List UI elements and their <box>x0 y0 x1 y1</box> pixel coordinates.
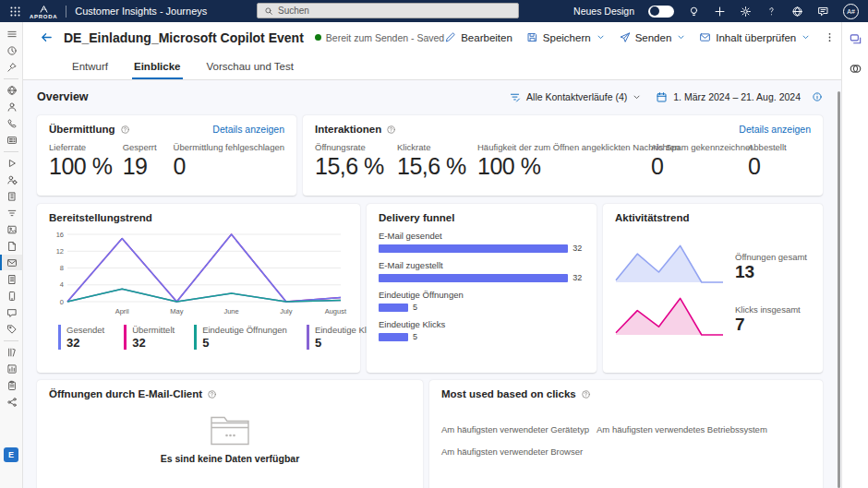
journey-filter-dropdown[interactable]: Alle Kontaktverläufe (4) <box>509 91 650 103</box>
clicks-total-value: 7 <box>735 315 807 335</box>
review-content-button[interactable]: Inhalt überprüfen <box>699 31 810 43</box>
most-used-grid: Am häufigsten verwendeter Gerätetyp Am h… <box>441 424 811 457</box>
app-launcher-icon[interactable] <box>9 6 21 18</box>
sidebar-item-connections[interactable] <box>0 394 22 410</box>
sidebar-item-text-messages[interactable] <box>0 304 22 320</box>
search-icon <box>264 6 273 16</box>
app-title[interactable]: Customer Insights - Journeys <box>75 6 207 17</box>
save-button[interactable]: Speichern <box>526 31 605 43</box>
sidebar-item-get-started[interactable] <box>0 82 22 98</box>
chevron-down-icon[interactable] <box>597 33 605 42</box>
sidebar-item-accounts[interactable] <box>0 188 22 204</box>
copilot-icon[interactable] <box>849 62 862 76</box>
funnel-row: E-Mail gesendet32 <box>379 231 585 253</box>
books-icon <box>6 347 18 358</box>
environment-badge[interactable]: E <box>4 447 18 462</box>
sidebar-item-journeys[interactable] <box>0 172 22 187</box>
tab-einblicke[interactable]: Einblicke <box>132 54 183 79</box>
svg-text:May: May <box>170 307 183 315</box>
date-range-picker[interactable]: 1. März 2024 – 21. Aug. 2024 <box>656 91 801 103</box>
teams-chat-icon[interactable] <box>849 32 862 46</box>
sidebar-item-engagement[interactable] <box>0 115 22 131</box>
help-circle-icon[interactable] <box>120 125 130 135</box>
brand-text: APRODA <box>30 14 57 19</box>
info-icon[interactable] <box>812 91 823 102</box>
legend-item[interactable]: Übermittelt32 <box>124 325 175 350</box>
sidebar-item-analytics[interactable] <box>0 361 22 376</box>
brand-logo[interactable]: APRODA <box>30 5 57 19</box>
toggle-knob <box>650 6 659 16</box>
topbar-actions: Neues Design A# <box>573 4 859 19</box>
send-button[interactable]: Senden <box>619 31 686 43</box>
plus-icon[interactable] <box>714 6 726 18</box>
tab-bar: Entwurf Einblicke Vorschau und Test <box>23 53 841 80</box>
search-input[interactable] <box>278 6 512 16</box>
vertical-scrollbar[interactable] <box>838 91 840 488</box>
funnel-bar[interactable] <box>379 244 568 253</box>
svg-text:4: 4 <box>60 280 64 289</box>
card-title: Öffnungen durch E-Mail-Client <box>49 388 202 399</box>
help-circle-icon[interactable] <box>207 389 217 399</box>
avatar[interactable]: A# <box>843 4 859 19</box>
funnel-bar[interactable] <box>379 304 408 312</box>
empty-folder-icon <box>209 411 251 446</box>
sidebar-item-recent[interactable] <box>0 42 22 58</box>
details-link[interactable]: Details anzeigen <box>739 124 811 135</box>
edit-button[interactable]: Bearbeiten <box>444 31 512 43</box>
back-button[interactable] <box>40 30 54 44</box>
rail-divider <box>4 78 18 79</box>
funnel-value: 5 <box>413 303 417 312</box>
clicks-sparkline-chart <box>615 291 724 337</box>
chevron-down-icon[interactable] <box>802 33 810 42</box>
gear-icon[interactable] <box>740 6 752 18</box>
main-area: DE_Einladung_Microsoft Copilot Event Ber… <box>23 22 841 488</box>
tab-entwurf[interactable]: Entwurf <box>70 54 110 79</box>
delivery-trend-chart: 0481216AprilMayJuneJulyAugust <box>49 228 348 316</box>
sidebar-item-push-notifications[interactable] <box>0 288 22 304</box>
chevron-down-icon[interactable] <box>677 33 685 42</box>
top-navigation-bar: APRODA Customer Insights - Journeys Neue… <box>0 0 868 22</box>
legend-item[interactable]: Gesendet32 <box>58 325 104 350</box>
app-frame: E DE_Einladung_Microsoft Copilot Event B… <box>0 22 868 488</box>
email-client-card: Öffnungen durch E-Mail-Client <box>37 380 423 488</box>
sidebar-item-triggers[interactable] <box>0 155 22 171</box>
chevron-down-icon <box>633 93 641 101</box>
lightbulb-icon[interactable] <box>688 6 700 18</box>
chart-building-icon <box>6 363 18 375</box>
funnel-bar[interactable] <box>379 274 568 282</box>
sidebar-item-pages[interactable] <box>0 271 22 287</box>
new-design-toggle[interactable] <box>648 6 674 18</box>
sidebar-item-library[interactable] <box>0 344 22 360</box>
global-search[interactable] <box>257 3 519 18</box>
empty-state: Es sind keine Daten verfügbar <box>49 411 411 464</box>
card-title: Übermittlung <box>49 124 115 135</box>
charts-row: Bereitstellungstrend 0481216AprilMayJune… <box>37 204 823 373</box>
funnel-value: 32 <box>573 244 582 253</box>
journey-icon <box>509 91 521 103</box>
sidebar-item-documents[interactable] <box>0 238 22 254</box>
help-circle-icon[interactable] <box>581 389 591 399</box>
world-icon[interactable] <box>791 6 803 18</box>
sidebar-item-templates[interactable] <box>0 377 22 393</box>
tab-vorschau-und-test[interactable]: Vorschau und Test <box>205 54 295 79</box>
sidebar-item-content[interactable] <box>0 132 22 148</box>
sidebar-item-menu[interactable] <box>0 26 22 42</box>
metric-spam: Als Spam gekennzeichnet 0 <box>651 142 748 180</box>
sidebar-item-assets[interactable] <box>0 221 22 237</box>
legend-item[interactable]: Eindeutige Öffnungen5 <box>194 325 287 350</box>
more-commands-button[interactable] <box>824 31 836 43</box>
sidebar-item-emails[interactable] <box>0 255 22 270</box>
sidebar-item-pinned[interactable] <box>0 59 22 75</box>
sidebar-item-forms[interactable] <box>0 321 22 337</box>
feedback-chat-icon[interactable] <box>817 6 829 18</box>
funnel-bar[interactable] <box>379 333 408 341</box>
details-link[interactable]: Details anzeigen <box>212 124 284 135</box>
help-circle-icon[interactable] <box>386 125 396 135</box>
bereitstellungstrend-card: Bereitstellungstrend 0481216AprilMayJune… <box>37 204 360 373</box>
sidebar-item-segments[interactable] <box>0 205 22 220</box>
card-title: Most used based on clicks <box>441 388 576 399</box>
help-icon[interactable] <box>766 6 778 18</box>
sidebar-item-contacts[interactable] <box>0 99 22 114</box>
phone-icon <box>6 118 18 129</box>
svg-text:8: 8 <box>60 264 64 272</box>
